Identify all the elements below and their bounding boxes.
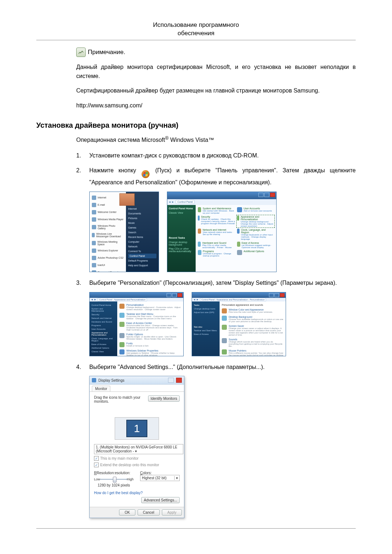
pz-side-item[interactable]: See also xyxy=(194,325,218,329)
startmenu-right-item[interactable]: Documents xyxy=(128,211,156,216)
cp-category[interactable]: Network and InternetView network status … xyxy=(198,229,235,240)
startmenu-right-item[interactable]: Recent Items xyxy=(128,235,156,239)
pz-row[interactable]: Desktop BackgroundChoose from available … xyxy=(222,316,283,323)
startmenu-right-item[interactable]: Search xyxy=(128,230,156,235)
main-monitor-checkbox: ✓This is my main monitor xyxy=(94,456,180,461)
ap-side-item[interactable]: User Accounts xyxy=(91,327,115,331)
startmenu-right-item[interactable]: Control Panel xyxy=(128,254,156,258)
resolution-slider[interactable]: Low High xyxy=(94,476,134,483)
pz-side-item[interactable]: Taskbar and Start Menu xyxy=(194,329,218,332)
note-paragraph-1: Данный драйвер монитора сертифицирован M… xyxy=(76,63,356,81)
cp-category[interactable]: Ease of AccessLet Windows suggest settin… xyxy=(237,242,274,249)
startmenu-item[interactable]: Welcome Center xyxy=(91,209,124,216)
ap-side-item[interactable]: Appearance and Personalization xyxy=(91,331,115,337)
pz-side-item[interactable]: Change desktop icons xyxy=(194,307,218,311)
cp-category[interactable]: SecurityCheck for updates · Check this c… xyxy=(198,216,235,227)
step1-text: Установите компакт-диск с руководством в… xyxy=(89,151,356,160)
startmenu-right-item[interactable]: Pictures xyxy=(128,216,156,221)
close-icon xyxy=(270,193,275,197)
slider-low: Low xyxy=(94,477,100,481)
startmenu-item[interactable]: Adobe Photoshop CS2 xyxy=(91,254,124,262)
startmenu-right-item[interactable]: Default Programs xyxy=(128,258,156,263)
note-paragraph-2: Сертифицированный драйвер будет размещен… xyxy=(76,86,356,95)
identify-monitors-button[interactable]: Identify Monitors xyxy=(148,395,180,402)
pz-breadcrumb: Control Panel › Appearance and Personali… xyxy=(200,298,266,301)
start-button-icon xyxy=(142,170,150,178)
startmenu-item[interactable]: Windows Media Player xyxy=(91,216,124,223)
ap-row[interactable]: Ease of Access CenterAccommodate low vis… xyxy=(119,322,181,331)
ap-side-item[interactable]: Network and Internet xyxy=(91,316,115,320)
pz-side-item[interactable]: Tasks xyxy=(194,303,218,307)
ap-side-item[interactable]: Additional Options xyxy=(91,346,115,350)
apply-button[interactable]: Apply xyxy=(162,509,182,516)
cp-side-r1: Change desktop background xyxy=(169,240,194,247)
startmenu-item[interactable]: loadUI xyxy=(91,262,124,269)
startmenu-right-item[interactable]: Connect To xyxy=(128,249,156,254)
startmenu-item[interactable]: Windows Photo Gallery xyxy=(91,223,124,231)
ap-row[interactable]: Taskbar and Start MenuCustomize the Star… xyxy=(119,313,181,320)
reg-mark: ® xyxy=(165,135,169,141)
startmenu-item[interactable]: Windows Meeting Space xyxy=(91,239,124,247)
pz-side-item[interactable]: Ease of Access xyxy=(194,332,218,336)
pz-row[interactable]: Window Color and AppearanceFine tune the… xyxy=(222,308,283,313)
screenshot-control-panel: ◄ ►Control Panel Control Panel Home Clas… xyxy=(167,192,277,272)
cp-category[interactable]: Appearance and PersonalizationChange des… xyxy=(237,216,274,227)
cp-side-classic: Classic View xyxy=(169,211,194,215)
ap-row[interactable]: Folder OptionsSpecify single- or double-… xyxy=(119,333,181,340)
ap-side-item[interactable]: Security xyxy=(91,313,115,316)
monitor-1[interactable]: 1 xyxy=(126,420,147,437)
startmenu-right-item[interactable]: Internet xyxy=(128,206,156,211)
ap-breadcrumb: Control Panel › Appearance and Personali… xyxy=(98,298,147,301)
monitor-select[interactable]: 1. (Multiple Monitors) on NVIDIA GeForce… xyxy=(94,444,183,454)
cancel-button[interactable]: Cancel xyxy=(138,509,160,516)
cp-category[interactable]: User AccountsAdd or remove user accounts xyxy=(237,207,274,214)
cp-category[interactable]: Hardware and SoundPlay CDs or other medi… xyxy=(198,242,235,249)
startmenu-right-item[interactable]: Computer xyxy=(128,239,156,244)
pz-row[interactable]: Screen SaverChange your screen saver or … xyxy=(222,325,283,336)
startmenu-item[interactable]: Windows Live Messenger Download xyxy=(91,231,124,239)
tab-monitor[interactable]: Monitor xyxy=(92,386,110,391)
startmenu-right-item[interactable]: Games xyxy=(128,225,156,230)
startmenu-right-item[interactable]: Help and Support xyxy=(128,263,156,268)
advanced-settings-button[interactable]: Advanced Settings... xyxy=(141,497,180,503)
maximize-icon xyxy=(274,293,279,297)
close-icon[interactable] xyxy=(176,378,182,383)
step3-text: Выберите "Personalization" (Персонализац… xyxy=(89,279,356,288)
pz-side-item[interactable]: Adjust font size (DPI) xyxy=(194,311,218,314)
startmenu-right-item[interactable]: Network xyxy=(128,244,156,249)
cp-category[interactable]: Clock, Language, and RegionChange keyboa… xyxy=(237,229,274,240)
monitor-well[interactable]: 1 xyxy=(115,417,159,440)
screenshot-personalization: ◄ ►Control Panel › Appearance and Person… xyxy=(192,292,286,356)
close-icon xyxy=(177,293,182,297)
os-line-b: Windows Vista™ xyxy=(169,137,214,143)
cp-side-head: Control Panel Home xyxy=(169,207,194,210)
cp-category[interactable]: Additional Options xyxy=(237,250,274,257)
pz-row[interactable]: Mouse PointersPick a different mouse poi… xyxy=(222,349,283,356)
ap-side-item[interactable]: Ease of Access xyxy=(91,342,115,346)
step2-pre: Нажмите кнопку xyxy=(89,167,141,173)
help-link[interactable]: How do I get the best display? xyxy=(94,491,143,495)
step2-text: Нажмите кнопку (Пуск) и выберите "Панель… xyxy=(89,166,356,187)
ap-side-item[interactable]: Clock, Language, and Region xyxy=(91,337,115,342)
colors-select[interactable]: Highest (32 bit)▾ xyxy=(140,475,180,481)
help-icon[interactable] xyxy=(168,378,174,383)
ap-side-item[interactable]: Hardware and Sound xyxy=(91,320,115,324)
ap-side-item[interactable]: Classic View xyxy=(91,350,115,353)
ap-row[interactable]: PersonalizationChange desktop background… xyxy=(119,304,181,311)
cp-breadcrumb: Control Panel xyxy=(176,200,195,204)
ok-button[interactable]: OK xyxy=(119,509,135,516)
screenshot-appearance-personalization: ◄ ►Control Panel › Appearance and Person… xyxy=(89,292,184,356)
cp-category[interactable]: ProgramsUninstall a program · Change sta… xyxy=(198,250,235,257)
ap-side-item[interactable]: Programs xyxy=(91,324,115,327)
dlg-title: Display Settings xyxy=(98,378,124,382)
ap-side-item[interactable]: System and Maintenance xyxy=(91,307,115,313)
startmenu-right-item[interactable]: Music xyxy=(128,221,156,225)
cp-category[interactable]: System and MaintenanceGet started with W… xyxy=(198,207,235,214)
ap-row[interactable]: Windows Sidebar PropertiesAdd gadgets to… xyxy=(119,349,181,356)
ap-row[interactable]: FontsInstall or remove a font xyxy=(119,342,181,347)
startmenu-item[interactable]: Windows Explorer xyxy=(91,247,124,254)
note-icon xyxy=(76,48,86,57)
startmenu-item[interactable]: Command Prompt xyxy=(91,269,124,272)
pz-row[interactable]: SoundsChange which sounds are heard when… xyxy=(222,338,283,347)
ap-side-item[interactable]: Control Panel Home xyxy=(91,303,115,307)
